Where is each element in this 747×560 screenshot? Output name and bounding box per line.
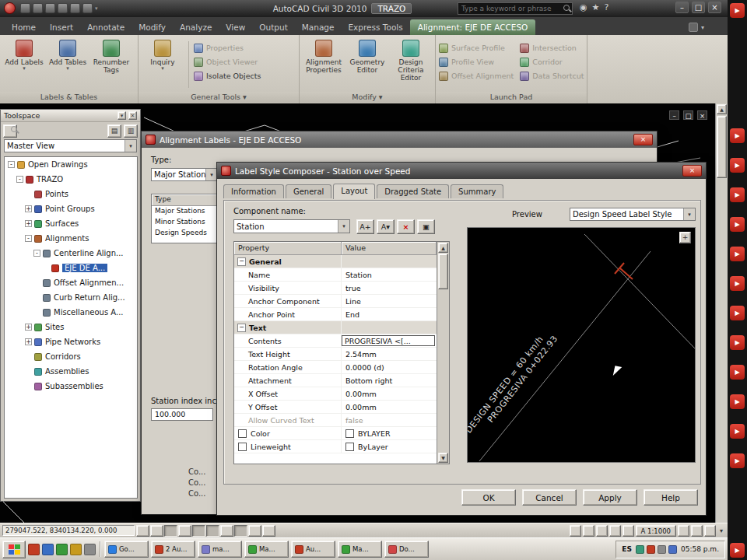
dialog-button[interactable]: Apply bbox=[583, 489, 637, 506]
video-thumb-icon[interactable]: ▶ bbox=[730, 424, 745, 439]
property-row[interactable]: Text bbox=[234, 321, 437, 334]
quick-launch-icon[interactable] bbox=[70, 544, 82, 555]
close-icon[interactable] bbox=[682, 165, 702, 177]
inquiry-button[interactable]: Inquiry ▾ bbox=[142, 38, 184, 72]
scroll-thumb[interactable] bbox=[717, 116, 727, 178]
ribbon-big-button[interactable]: Add Labels ▾ bbox=[3, 38, 45, 72]
drawing-window-button[interactable]: □ bbox=[683, 110, 693, 120]
tree-item[interactable]: Corridors bbox=[5, 349, 137, 364]
property-row[interactable]: General bbox=[234, 255, 437, 268]
tree-expander-icon[interactable]: + bbox=[25, 338, 32, 345]
chevron-down-icon[interactable] bbox=[683, 208, 695, 220]
autoscale-icon[interactable] bbox=[691, 525, 703, 537]
component-toolbar-button[interactable]: ▣ bbox=[417, 219, 435, 234]
tree-expander-icon[interactable]: + bbox=[25, 220, 32, 227]
view-selector[interactable]: Master View bbox=[4, 139, 137, 152]
ribbon-tab[interactable]: Home bbox=[5, 19, 43, 35]
property-column-header[interactable]: Property bbox=[234, 242, 342, 255]
property-row[interactable]: Color BYLAYER bbox=[234, 427, 437, 440]
video-logo-icon[interactable]: ▶ bbox=[730, 3, 745, 18]
property-value[interactable]: BYLAYER bbox=[342, 427, 437, 439]
preview-style-select[interactable]: Design Speed Label Style bbox=[570, 208, 696, 221]
chevron-down-icon[interactable] bbox=[124, 140, 136, 152]
property-row[interactable]: Lineweight ByLayer bbox=[234, 440, 437, 453]
tree-item[interactable]: + Sites bbox=[5, 320, 137, 334]
app-logo-icon[interactable] bbox=[4, 2, 16, 14]
property-value[interactable]: 0.00mm bbox=[342, 387, 437, 400]
task-button[interactable]: Au... bbox=[291, 541, 335, 558]
property-value[interactable]: 0.0000 (d) bbox=[342, 361, 437, 373]
ribbon-small-button[interactable]: Corridor bbox=[520, 55, 584, 68]
property-value[interactable]: PROGRESIVA <[... bbox=[342, 335, 435, 346]
tree-expander-icon[interactable]: - bbox=[8, 161, 15, 168]
ribbon-tab[interactable]: Annotate bbox=[80, 19, 132, 35]
task-button[interactable]: 2 Au... bbox=[151, 541, 195, 558]
status-toggle[interactable] bbox=[206, 525, 219, 537]
annotation-visibility-icon[interactable] bbox=[678, 525, 689, 537]
ribbon-tab[interactable]: Manage bbox=[295, 19, 342, 35]
status-toggle[interactable] bbox=[150, 525, 163, 537]
composer-tab[interactable]: Dragged State bbox=[377, 184, 449, 198]
list-item[interactable]: Minor Stations bbox=[152, 217, 217, 228]
task-button[interactable]: ma... bbox=[198, 541, 242, 558]
tree-expander-icon[interactable]: + bbox=[25, 205, 32, 212]
component-name-select[interactable]: Station bbox=[233, 219, 350, 233]
ribbon-small-button[interactable]: Isolate Objects bbox=[194, 69, 261, 82]
tree-item[interactable]: - Open Drawings bbox=[5, 157, 137, 172]
ribbon-small-button[interactable]: Properties bbox=[194, 41, 261, 54]
status-menu-caret-icon[interactable]: ▾ bbox=[717, 527, 725, 534]
property-row[interactable]: Attachment Bottom right bbox=[234, 374, 437, 387]
layout-icon[interactable] bbox=[583, 525, 594, 537]
grid-scrollbar[interactable]: ▲ ▼ bbox=[437, 242, 449, 464]
tree-expander-icon[interactable]: - bbox=[33, 250, 40, 257]
ribbon-tab[interactable]: Output bbox=[252, 19, 294, 35]
tree-item[interactable]: Curb Return Alig... bbox=[5, 290, 137, 305]
tree-expander-icon[interactable]: - bbox=[25, 235, 32, 242]
task-button[interactable]: Ma... bbox=[338, 541, 382, 558]
scroll-thumb[interactable] bbox=[438, 254, 448, 289]
drawing-vertical-scrollbar[interactable]: ▲ ▼ bbox=[715, 103, 728, 537]
property-value[interactable]: Bottom right bbox=[342, 374, 437, 387]
scroll-up-icon[interactable]: ▲ bbox=[717, 104, 727, 114]
property-row[interactable]: X Offset 0.00mm bbox=[234, 387, 437, 401]
video-thumb-icon[interactable]: ▶ bbox=[730, 187, 745, 202]
qat-caret-icon[interactable]: ▾ bbox=[95, 5, 98, 12]
model-space-icon[interactable] bbox=[570, 525, 581, 537]
toolspace-titlebar[interactable]: Toolspace ▾ ✕ bbox=[1, 110, 140, 122]
property-value[interactable]: 2.54mm bbox=[342, 348, 437, 360]
ribbon-minimize-caret-icon[interactable]: ▾ bbox=[701, 24, 704, 31]
property-row[interactable]: Allow Curved Text false bbox=[234, 414, 437, 427]
new-icon[interactable] bbox=[20, 3, 30, 13]
quick-launch-icon[interactable] bbox=[84, 544, 96, 555]
tree-item[interactable]: Miscellaneous A... bbox=[5, 305, 137, 320]
tree-item[interactable]: EJE DE A... bbox=[5, 261, 137, 275]
quick-launch-icon[interactable] bbox=[42, 544, 54, 555]
component-toolbar-button[interactable]: A▾ bbox=[377, 219, 395, 234]
save-icon[interactable] bbox=[45, 3, 55, 13]
tray-icon[interactable] bbox=[647, 545, 655, 554]
plot-icon[interactable] bbox=[58, 3, 68, 13]
panel-label-labels-tables[interactable]: Labels & Tables bbox=[0, 92, 138, 103]
value-column-header[interactable]: Value bbox=[342, 242, 437, 255]
property-row[interactable]: Contents PROGRESIVA <[... bbox=[234, 334, 437, 348]
status-toggle[interactable] bbox=[136, 525, 149, 537]
panel-label-launch-pad[interactable]: Launch Pad bbox=[436, 92, 587, 103]
drawing-window-button[interactable]: – bbox=[669, 110, 679, 120]
status-toggle[interactable] bbox=[192, 525, 205, 537]
property-row[interactable]: Y Offset 0.00mm bbox=[234, 401, 437, 414]
property-value[interactable]: Station bbox=[342, 268, 437, 281]
item-view-icon[interactable]: ▤ bbox=[107, 124, 121, 138]
property-value[interactable]: false bbox=[342, 414, 437, 426]
property-value[interactable]: true bbox=[342, 282, 437, 294]
property-value[interactable]: 0.00mm bbox=[342, 401, 437, 413]
tray-icon[interactable] bbox=[636, 545, 644, 554]
ribbon-tab[interactable]: Modify bbox=[132, 19, 173, 35]
station-index-field[interactable]: 100.000 bbox=[151, 408, 213, 421]
video-bottom-icon[interactable]: ▶ bbox=[730, 543, 745, 558]
ribbon-big-button[interactable]: Alignment Properties bbox=[303, 38, 345, 74]
component-toolbar-button[interactable]: × bbox=[397, 219, 415, 234]
open-icon[interactable] bbox=[33, 3, 43, 13]
ribbon-big-button[interactable]: Geometry Editor bbox=[346, 38, 388, 74]
tree-item[interactable]: - Alignments bbox=[5, 231, 137, 246]
ribbon-tab[interactable]: Analyze bbox=[173, 19, 219, 35]
